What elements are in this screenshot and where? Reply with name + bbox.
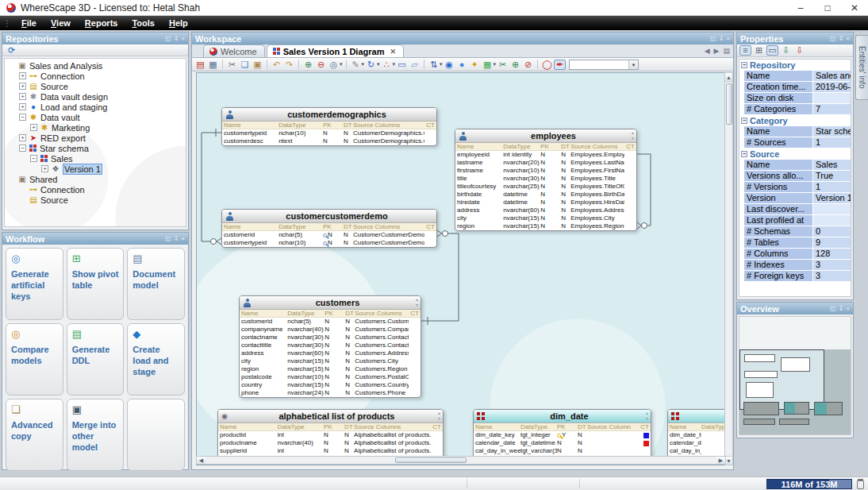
- entity-header[interactable]: customers▲▼: [240, 296, 421, 310]
- entity-attribute-row[interactable]: titleofcourtesynvarchar(25)NNEmployees.T…: [455, 183, 636, 191]
- tree-item-star-schema[interactable]: −Star schema: [5, 143, 186, 153]
- property-row[interactable]: Creation time...2019-06-10 10:...: [744, 82, 851, 92]
- tree-item-load-and-staging[interactable]: +●Load and staging: [5, 102, 186, 112]
- property-row[interactable]: NameSales and Analy...: [744, 71, 851, 81]
- relayout-icon-dropdown[interactable]: ▾: [377, 61, 380, 68]
- property-row[interactable]: NameSales: [744, 160, 851, 170]
- vertical-scrollbar[interactable]: ▲ ▼: [724, 72, 733, 465]
- entity-attribute-row[interactable]: postalcodenvarchar(10)NNCustomers.Postal…: [240, 373, 421, 381]
- tree-item-marketing[interactable]: +✱Marketing: [5, 122, 186, 133]
- float-icon[interactable]: ◱: [710, 36, 716, 42]
- workflow-card-advanced-copy[interactable]: ❏Advanced copy: [6, 399, 63, 471]
- entity-attribute-row[interactable]: dim_date_teradata: [668, 431, 726, 439]
- property-row[interactable]: # Columns128: [744, 249, 851, 259]
- pin-tool-icon[interactable]: ✒: [554, 60, 566, 70]
- entity-attribute-row[interactable]: companynamenvarchar(40)NNCustomers.Compa…: [240, 326, 421, 334]
- tree-expander[interactable]: +: [41, 165, 48, 172]
- property-section-repository[interactable]: −Repository: [739, 60, 851, 71]
- tree-view-icon[interactable]: ⊞: [753, 45, 765, 56]
- entity-scroll-icons[interactable]: ▲▼: [631, 130, 635, 141]
- entity-attribute-row[interactable]: customeridnchar(5)NNCustomerCustomerDemo…: [222, 231, 436, 239]
- zoom-out-icon[interactable]: ⊖: [315, 60, 327, 70]
- property-row[interactable]: VersionVersion 1: [744, 193, 851, 203]
- tree-item-sales-and-analysis[interactable]: ▣Sales and Analysis: [5, 60, 186, 71]
- entity-attribute-row[interactable]: contactnamenvarchar(30)NNCustomers.Conta…: [240, 334, 421, 341]
- property-row[interactable]: Versions allo...True: [744, 171, 851, 181]
- workflow-card-create-load-and-stage[interactable]: ◆Create load and stage: [127, 323, 185, 395]
- entity-attribute-row[interactable]: countrynvarchar(15)NNCustomers.Country: [240, 381, 421, 389]
- property-row[interactable]: # Foreign keys3: [744, 271, 851, 281]
- combobox-dropdown-icon[interactable]: ▾: [628, 60, 638, 69]
- close-icon[interactable]: ×: [846, 36, 850, 42]
- collapse-icon[interactable]: −: [741, 118, 747, 124]
- property-row[interactable]: Last discover...: [744, 204, 851, 214]
- entity-attribute-row[interactable]: customerdescntextNNCustomerDemographics.…: [222, 137, 436, 145]
- entity-attribute-row[interactable]: regionnvarchar(15)NNCustomers.Region: [240, 365, 421, 373]
- relationship-icon-dropdown[interactable]: ▾: [393, 61, 396, 68]
- scroll-up-icon[interactable]: ▲: [725, 73, 732, 82]
- entity-customercustomerdemo[interactable]: customercustomerdemoNameDataTypePKDTSour…: [221, 209, 437, 248]
- zoom-icon[interactable]: ◎: [328, 60, 340, 70]
- close-icon[interactable]: ×: [846, 306, 850, 312]
- float-icon[interactable]: ◱: [165, 36, 171, 42]
- entity-attribute-row[interactable]: contacttitlenvarchar(30)NNCustomers.Cont…: [240, 341, 421, 349]
- close-button[interactable]: ✕: [841, 0, 868, 15]
- entity-attribute-row[interactable]: titlenvarchar(30)NNEmployees.Title: [455, 175, 636, 183]
- entity-attribute-row[interactable]: hiredatedatetimeNNEmployees.HireDate: [455, 199, 636, 206]
- entity-header[interactable]: ◉alphabetical list of products▲▼: [218, 410, 443, 423]
- preview-icon[interactable]: ▭: [766, 45, 778, 56]
- print-icon[interactable]: ▦: [207, 60, 219, 70]
- entity-customerdemographics[interactable]: customerdemographicsNameDataTypePKDTSour…: [221, 107, 437, 146]
- workflow-card-merge-into-other-model[interactable]: ▣Merge into other model: [67, 399, 125, 471]
- scroll-right-icon[interactable]: ▶: [716, 457, 725, 464]
- sphere-icon[interactable]: ●: [456, 60, 468, 70]
- entity-attribute-row[interactable]: citynvarchar(15)NNEmployees.City: [455, 214, 636, 222]
- list-view-icon[interactable]: ≡: [739, 45, 751, 56]
- close-icon[interactable]: ×: [181, 36, 185, 42]
- vertical-scroll-thumb[interactable]: [726, 83, 732, 125]
- pin-icon[interactable]: ↧: [174, 36, 179, 42]
- entity-header[interactable]: dim_date▲▼: [474, 410, 651, 423]
- tree-expander[interactable]: −: [19, 145, 26, 152]
- entity-employees[interactable]: employees▲▼NameDataTypePKDTSource Column…: [455, 129, 637, 231]
- tab-welcome[interactable]: Welcome: [203, 44, 265, 57]
- tree-expander[interactable]: +: [19, 103, 26, 110]
- forbid-icon[interactable]: ⊘: [522, 60, 534, 70]
- entity-attribute-row[interactable]: calendar_date: [668, 439, 726, 447]
- split-icon[interactable]: ✂: [497, 60, 509, 70]
- close-icon[interactable]: ×: [181, 236, 185, 242]
- maximize-button[interactable]: □: [814, 0, 841, 15]
- entity-attribute-row[interactable]: dim_date_keytgt_integerYN: [474, 431, 651, 439]
- entity-attribute-row[interactable]: lastnamenvarchar(20)NNEmployees.LastName: [455, 159, 636, 167]
- memory-usage-indicator[interactable]: 116M of 153M: [766, 479, 852, 489]
- entity-header[interactable]: customercustomerdemo: [222, 210, 436, 223]
- float-icon[interactable]: ◱: [165, 236, 171, 242]
- entity-attribute-row[interactable]: supplieridintNNAlphabeticallist of produ…: [218, 447, 443, 455]
- overview-minimap[interactable]: [739, 316, 851, 435]
- entity-attribute-row[interactable]: phonenvarchar(24)NNCustomers.Phone: [240, 389, 421, 397]
- tree-item-source[interactable]: ▤Source: [5, 195, 186, 205]
- menu-reports[interactable]: Reports: [78, 16, 125, 30]
- entity-attribute-row[interactable]: cal_day_in_weektgt_varchar(3)NN: [474, 447, 651, 455]
- draw-line-icon-dropdown[interactable]: ▾: [362, 61, 365, 68]
- tree-expander[interactable]: +: [19, 93, 26, 100]
- tree-expander[interactable]: +: [19, 83, 26, 90]
- tab-next-icon[interactable]: ▶: [714, 47, 720, 55]
- diagram-filter-combobox[interactable]: ▾: [569, 60, 639, 70]
- add-entity-icon[interactable]: ▦: [482, 60, 494, 70]
- tree-expander[interactable]: +: [19, 72, 26, 79]
- horizontal-scroll-thumb[interactable]: [395, 457, 467, 463]
- export-image-icon[interactable]: ▤: [194, 60, 206, 70]
- draw-line-icon[interactable]: ✎: [350, 60, 362, 70]
- garbage-collect-icon[interactable]: [857, 480, 864, 489]
- property-row[interactable]: NameStar schema: [744, 126, 851, 137]
- close-icon[interactable]: ×: [726, 36, 730, 42]
- expand-all-icon[interactable]: ⇩: [780, 45, 792, 56]
- pin-icon[interactable]: ↧: [839, 306, 844, 312]
- diagram-canvas[interactable]: customerdemographicsNameDataTypePKDTSour…: [196, 72, 726, 465]
- tree-item-data-vault[interactable]: −✱Data vault: [5, 112, 186, 122]
- property-row[interactable]: # Indexes3: [744, 260, 851, 270]
- workflow-card-document-model[interactable]: ▤Document model: [127, 248, 185, 320]
- tree-expander[interactable]: −: [30, 155, 37, 162]
- entity-attribute-row[interactable]: customertypeidnchar(10)NNCustomerDemogra…: [222, 129, 436, 137]
